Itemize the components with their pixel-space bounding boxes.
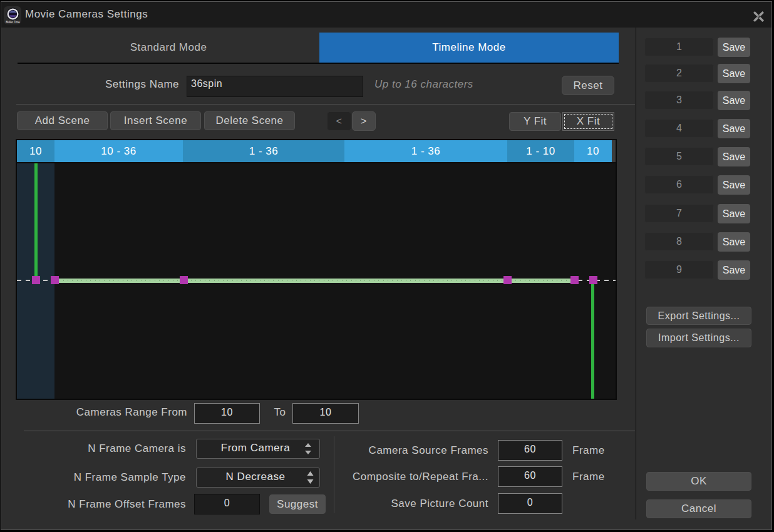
svg-text:Bullet Time: Bullet Time (6, 21, 20, 24)
